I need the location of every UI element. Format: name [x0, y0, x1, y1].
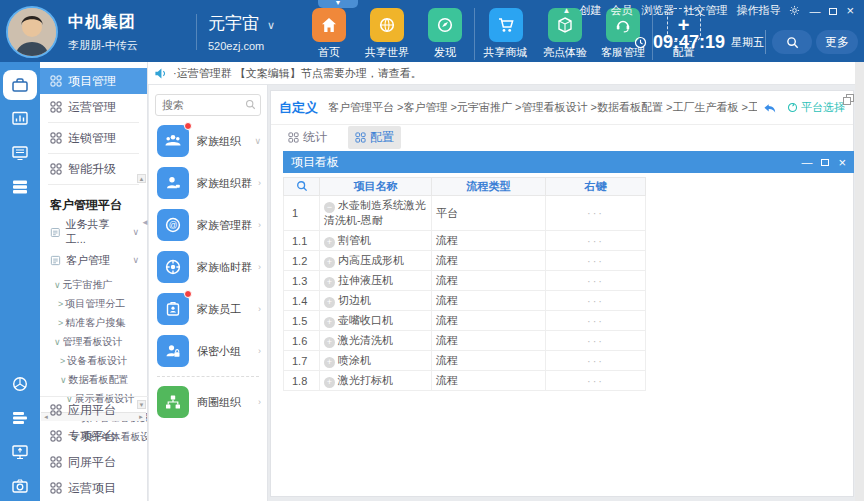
- id-badge-icon: [157, 293, 189, 325]
- quick-link-guide[interactable]: 操作指导: [736, 3, 780, 18]
- panel-title-bar[interactable]: 项目看板 — ×: [283, 151, 854, 173]
- project-name: 切边机: [338, 294, 371, 306]
- column-header-action[interactable]: 右键: [546, 178, 646, 196]
- nav-item-shared-mall[interactable]: 共享商城: [474, 8, 536, 60]
- row-actions-button[interactable]: ···: [546, 331, 646, 351]
- sidebar-item-project-mgmt[interactable]: 项目管理: [40, 68, 147, 94]
- rail-item-server[interactable]: [0, 172, 40, 202]
- restore-button[interactable]: [829, 5, 837, 17]
- tree-item-data-board-config[interactable]: ∨数据看板配置: [40, 370, 147, 389]
- breadcrumb[interactable]: 客户管理平台 >客户管理 >元宇宙推广 >管理看板设计 >数据看板配置 >工厂生…: [328, 100, 757, 115]
- sidebar-item-special-platform[interactable]: 专项平台: [40, 423, 148, 449]
- tree-item-project-division[interactable]: >项目管理分工: [40, 294, 147, 313]
- nav-item-shared-world[interactable]: 共享世界: [358, 8, 416, 60]
- platform-select-button[interactable]: 平台选择: [787, 100, 845, 115]
- group-item-secret-team[interactable]: 保密小组 ›: [149, 330, 267, 372]
- table-row[interactable]: 1.5 +壶嘴收口机 流程 ···: [284, 311, 646, 331]
- rail-item-camera[interactable]: [0, 471, 40, 501]
- rail-item-projects[interactable]: [3, 70, 37, 100]
- table-row[interactable]: 1.3 +拉伸液压机 流程 ···: [284, 271, 646, 291]
- rail-item-list[interactable]: [0, 403, 40, 433]
- more-button[interactable]: 更多: [816, 30, 858, 54]
- tab-statistics[interactable]: 统计: [281, 126, 334, 149]
- clock: 09:47:19 星期五: [634, 32, 764, 53]
- gear-icon[interactable]: [789, 5, 800, 16]
- project-name: 割管机: [338, 234, 371, 246]
- quick-link-browser[interactable]: 浏览器: [641, 3, 674, 18]
- tree-item-metaverse-promo[interactable]: ∨元宇宙推广: [40, 275, 147, 294]
- avatar[interactable]: [6, 6, 58, 58]
- group-item-family-staff[interactable]: 家族员工 ›: [149, 288, 267, 330]
- speaker-icon[interactable]: [154, 67, 167, 80]
- sidebar-item-same-screen[interactable]: 同屏平台: [40, 449, 148, 475]
- row-actions-button[interactable]: ···: [546, 196, 646, 231]
- table-row[interactable]: 1 −水壶制造系统激光清洗机-恩耐 平台 ···: [284, 196, 646, 231]
- table-row[interactable]: 1.1 +割管机 流程 ···: [284, 231, 646, 251]
- panel-maximize-button[interactable]: [821, 157, 829, 168]
- row-actions-button[interactable]: ···: [546, 351, 646, 371]
- row-actions-button[interactable]: ···: [546, 251, 646, 271]
- table-row[interactable]: 1.7 +喷涂机 流程 ···: [284, 351, 646, 371]
- expand-toggle[interactable]: +: [324, 237, 335, 248]
- expand-toggle[interactable]: +: [324, 277, 335, 288]
- custom-button[interactable]: 自定义: [279, 99, 318, 117]
- tree-item-board-design[interactable]: ∨管理看板设计: [40, 332, 147, 351]
- nav-item-discover[interactable]: 发现: [416, 8, 474, 60]
- tab-config[interactable]: 配置: [348, 126, 401, 149]
- quick-link-create[interactable]: 创建: [579, 3, 601, 18]
- table-row[interactable]: 1.2 +内高压成形机 流程 ···: [284, 251, 646, 271]
- quick-link-social[interactable]: 社交管理: [683, 3, 727, 18]
- group-item-business-circle[interactable]: 商圈组织 ›: [149, 381, 267, 423]
- sidebar-item-operation-project[interactable]: 运营项目: [40, 475, 148, 501]
- folder-business-share[interactable]: 业务共享工... ∨: [40, 220, 147, 244]
- group-item-family-org[interactable]: 家族组织 ∨: [149, 120, 267, 162]
- rail-item-workbench[interactable]: [0, 138, 40, 168]
- expand-toggle[interactable]: +: [324, 337, 335, 348]
- expand-toggle[interactable]: +: [324, 377, 335, 388]
- group-item-family-org-group[interactable]: 家族组织群 ›: [149, 162, 267, 204]
- tree-item-device-board[interactable]: >设备看板设计: [40, 351, 147, 370]
- sidebar-item-operations[interactable]: 运营管理: [40, 94, 147, 120]
- row-name-cell: +喷涂机: [320, 351, 432, 371]
- sidebar-item-smart-upgrade[interactable]: 智能升级: [40, 156, 147, 182]
- expand-toggle[interactable]: +: [324, 317, 335, 328]
- rail-item-analytics[interactable]: [0, 104, 40, 134]
- table-row[interactable]: 1.4 +切边机 流程 ···: [284, 291, 646, 311]
- nav-item-home[interactable]: 首页: [300, 8, 358, 60]
- group-item-family-admin-group[interactable]: @ 家族管理群 ›: [149, 204, 267, 246]
- table-row[interactable]: 1.8 +激光打标机 流程 ···: [284, 371, 646, 391]
- minimize-button[interactable]: —: [809, 5, 820, 17]
- rail-item-screenshare[interactable]: [0, 437, 40, 467]
- table-row[interactable]: 1.6 +激光清洗机 流程 ···: [284, 331, 646, 351]
- close-button[interactable]: ×: [846, 3, 854, 18]
- folder-customer-mgmt[interactable]: 客户管理 ∨: [40, 248, 147, 272]
- notice-text[interactable]: ·运营管理群 【文案编辑】节点需要办理，请查看。: [173, 66, 422, 81]
- expand-toggle[interactable]: +: [324, 257, 335, 268]
- sidebar-item-app-platform[interactable]: 应用平台: [40, 397, 148, 423]
- group-item-family-temp-group[interactable]: 家族临时群 ›: [149, 246, 267, 288]
- panel-minimize-button[interactable]: —: [801, 157, 812, 168]
- expand-toggle[interactable]: +: [324, 297, 335, 308]
- collapse-toggle[interactable]: −: [324, 202, 335, 213]
- alert-icon[interactable]: ▲: [562, 6, 570, 15]
- sidebar-collapse-handle[interactable]: ◄: [141, 210, 149, 236]
- table-search-header[interactable]: [284, 178, 320, 196]
- row-actions-button[interactable]: ···: [546, 231, 646, 251]
- column-header-type[interactable]: 流程类型: [432, 178, 546, 196]
- row-actions-button[interactable]: ···: [546, 271, 646, 291]
- row-actions-button[interactable]: ···: [546, 371, 646, 391]
- copy-window-icon[interactable]: [843, 94, 855, 106]
- rail-item-sphere[interactable]: [0, 369, 40, 399]
- panel-close-button[interactable]: ×: [838, 156, 846, 169]
- scroll-up-arrow[interactable]: ▲: [137, 174, 146, 183]
- sidebar-item-chain[interactable]: 连锁管理: [40, 125, 147, 151]
- quick-link-member[interactable]: 会员: [610, 3, 632, 18]
- expand-toggle[interactable]: +: [324, 357, 335, 368]
- row-actions-button[interactable]: ···: [546, 311, 646, 331]
- back-arrow-icon[interactable]: [763, 102, 777, 114]
- tree-item-customer-collect[interactable]: >精准客户搜集: [40, 313, 147, 332]
- workspace-switcher[interactable]: 元宇宙∨ 520ezj.com: [208, 12, 275, 52]
- search-button[interactable]: [772, 30, 812, 54]
- column-header-name[interactable]: 项目名称: [320, 178, 432, 196]
- row-actions-button[interactable]: ···: [546, 291, 646, 311]
